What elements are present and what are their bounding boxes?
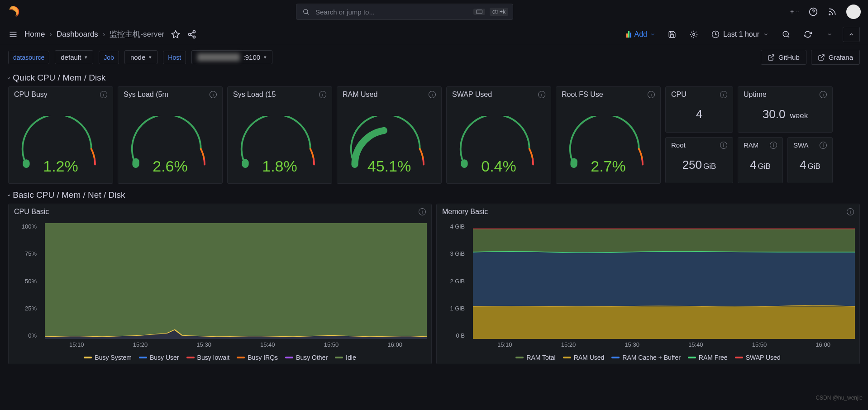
panel-root-size[interactable]: Rooti 250GiB bbox=[665, 137, 733, 183]
legend-item[interactable]: Busy IRQs bbox=[237, 354, 278, 361]
grafana-link[interactable]: Grafana bbox=[811, 50, 860, 65]
zoom-out-icon[interactable] bbox=[777, 27, 795, 42]
info-icon[interactable]: i bbox=[419, 208, 426, 215]
var-job-select[interactable]: node▾ bbox=[124, 50, 157, 64]
legend-item[interactable]: RAM Total bbox=[515, 354, 555, 361]
chevron-right-icon: › bbox=[103, 30, 105, 39]
panel-cpu-cores[interactable]: CPUi 4 bbox=[665, 86, 733, 133]
info-icon[interactable]: i bbox=[319, 91, 326, 98]
breadcrumb-home[interactable]: Home bbox=[24, 30, 45, 39]
chevron-down-icon: ▾ bbox=[149, 54, 152, 60]
settings-icon[interactable] bbox=[685, 27, 702, 42]
legend-item[interactable]: Idle bbox=[335, 354, 356, 361]
var-job-label[interactable]: Job bbox=[99, 51, 119, 64]
var-datasource-label[interactable]: datasource bbox=[8, 51, 49, 64]
avatar[interactable] bbox=[846, 5, 861, 19]
row-basic-title[interactable]: › Basic CPU / Mem / Net / Disk bbox=[0, 186, 868, 204]
breadcrumb: Home › Dashboards › 监控主机-server bbox=[24, 29, 164, 39]
row-quick-title[interactable]: › Quick CPU / Mem / Disk bbox=[0, 69, 868, 86]
panel-ram-used[interactable]: RAM Usedi 45.1% bbox=[337, 86, 442, 184]
info-icon[interactable]: i bbox=[847, 208, 854, 215]
panel-sys-load-15[interactable]: Sys Load (15i 1.8% bbox=[227, 86, 332, 184]
panel-uptime[interactable]: Uptimei 30.0 week bbox=[738, 86, 833, 133]
info-icon[interactable]: i bbox=[538, 91, 545, 98]
time-picker[interactable]: Last 1 hour bbox=[707, 29, 773, 40]
svg-rect-10 bbox=[45, 223, 427, 339]
info-icon[interactable]: i bbox=[820, 142, 827, 149]
search-keyboard-icon bbox=[473, 9, 485, 15]
chart-area-memory bbox=[473, 223, 855, 339]
y-axis: 100%75%50%25%0% bbox=[13, 223, 40, 339]
legend-item[interactable]: Busy System bbox=[84, 354, 132, 361]
chevron-right-icon: › bbox=[49, 30, 52, 39]
var-host-label[interactable]: Host bbox=[163, 51, 186, 64]
svg-rect-1 bbox=[477, 10, 482, 14]
svg-point-4 bbox=[193, 30, 196, 33]
rss-icon[interactable] bbox=[827, 7, 837, 17]
chevron-down-icon: ▾ bbox=[85, 54, 87, 60]
svg-rect-12 bbox=[473, 252, 855, 306]
panel-swap-size[interactable]: SWAi 4GiB bbox=[787, 137, 833, 183]
variables-row: datasource default▾ Job node▾ Host xxxxx… bbox=[0, 45, 868, 69]
refresh-dropdown-icon[interactable] bbox=[821, 27, 838, 42]
info-icon[interactable]: i bbox=[648, 91, 655, 98]
info-icon[interactable]: i bbox=[100, 91, 107, 98]
panel-sys-load-5[interactable]: Sys Load (5mi 2.6% bbox=[118, 86, 223, 184]
legend-item[interactable]: Busy Iowait bbox=[186, 354, 230, 361]
panel-cpu-basic[interactable]: CPU Basici 100%75%50%25%0% 15:1015:2015:… bbox=[8, 204, 432, 364]
panel-root-fs[interactable]: Root FS Usei 2.7% bbox=[556, 86, 661, 184]
collapse-icon[interactable] bbox=[843, 27, 860, 42]
star-icon[interactable] bbox=[171, 29, 181, 39]
svg-point-0 bbox=[304, 10, 308, 14]
info-icon[interactable]: i bbox=[820, 91, 827, 98]
host-blurred: xxxxx bbox=[197, 53, 240, 61]
basic-charts-row: CPU Basici 100%75%50%25%0% 15:1015:2015:… bbox=[0, 204, 868, 364]
header-actions: Add Last 1 hour bbox=[623, 27, 860, 42]
save-icon[interactable] bbox=[663, 27, 681, 42]
plus-icon[interactable] bbox=[789, 7, 799, 17]
top-actions bbox=[789, 5, 861, 19]
help-icon[interactable] bbox=[808, 7, 818, 17]
legend-item[interactable]: RAM Free bbox=[688, 354, 728, 361]
svg-rect-11 bbox=[473, 229, 855, 252]
breadcrumb-current[interactable]: 监控主机-server bbox=[110, 29, 164, 39]
legend-item[interactable]: RAM Cache + Buffer bbox=[611, 354, 681, 361]
refresh-icon[interactable] bbox=[799, 27, 816, 42]
info-icon[interactable]: i bbox=[770, 142, 777, 149]
var-datasource-select[interactable]: default▾ bbox=[55, 50, 93, 64]
sub-header: Home › Dashboards › 监控主机-server Add Last… bbox=[0, 24, 868, 45]
quick-panels-row: CPU Busyi 1.2% Sys Load (5mi 2.6% Sys Lo… bbox=[0, 86, 868, 184]
legend-item[interactable]: Busy Other bbox=[285, 354, 328, 361]
info-icon[interactable]: i bbox=[720, 142, 727, 149]
panel-memory-basic[interactable]: Memory Basici 4 GiB3 GiB2 GiB1 GiB0 B 15… bbox=[436, 204, 860, 364]
info-icon[interactable]: i bbox=[210, 91, 217, 98]
search-shortcut: ctrl+k bbox=[490, 8, 508, 16]
breadcrumb-dashboards[interactable]: Dashboards bbox=[57, 30, 98, 39]
panel-ram-size[interactable]: RAMi 4GiB bbox=[738, 137, 783, 183]
legend-cpu: Busy SystemBusy UserBusy IowaitBusy IRQs… bbox=[13, 354, 427, 361]
legend-item[interactable]: RAM Used bbox=[563, 354, 605, 361]
panel-icon bbox=[626, 31, 631, 38]
search-box[interactable]: Search or jump to... ctrl+k bbox=[296, 4, 513, 20]
info-icon[interactable]: i bbox=[720, 91, 727, 98]
legend-item[interactable]: Busy User bbox=[139, 354, 179, 361]
svg-point-3 bbox=[829, 14, 830, 15]
legend-memory: RAM TotalRAM UsedRAM Cache + BufferRAM F… bbox=[441, 354, 855, 361]
time-range-label: Last 1 hour bbox=[723, 30, 759, 38]
svg-point-7 bbox=[693, 33, 695, 35]
panel-swap-used[interactable]: SWAP Usedi 0.4% bbox=[446, 86, 551, 184]
search-placeholder: Search or jump to... bbox=[315, 8, 469, 16]
share-icon[interactable] bbox=[187, 29, 197, 39]
info-icon[interactable]: i bbox=[429, 91, 436, 98]
menu-toggle-icon[interactable] bbox=[8, 29, 18, 39]
add-button[interactable]: Add bbox=[623, 29, 658, 40]
chevron-down-icon: › bbox=[6, 77, 13, 79]
github-link[interactable]: GitHub bbox=[761, 50, 806, 65]
grafana-logo[interactable] bbox=[7, 5, 20, 18]
var-host-select[interactable]: xxxxx:9100▾ bbox=[191, 50, 272, 64]
legend-item[interactable]: SWAP Used bbox=[735, 354, 781, 361]
chevron-down-icon: ▾ bbox=[264, 54, 267, 60]
panel-cpu-busy[interactable]: CPU Busyi 1.2% bbox=[8, 86, 113, 184]
watermark: CSDN @hu_wenjie bbox=[816, 395, 863, 401]
x-axis: 15:1015:2015:3015:4015:5016:00 bbox=[45, 341, 427, 348]
